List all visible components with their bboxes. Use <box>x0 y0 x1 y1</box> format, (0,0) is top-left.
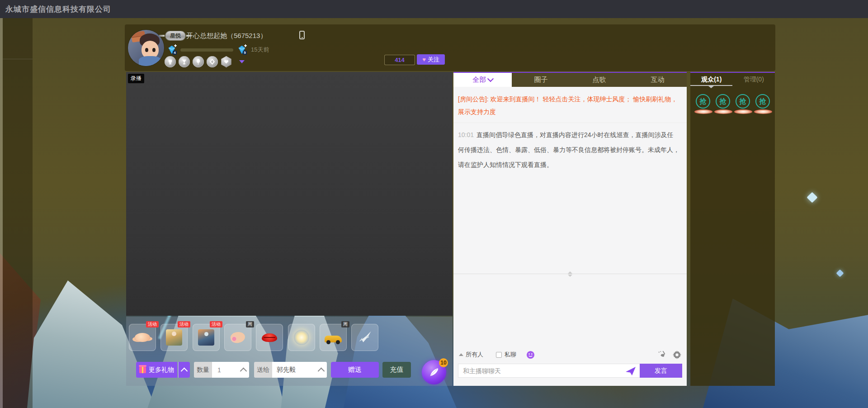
trophy-medal-icon <box>165 56 176 67</box>
grab-icon: 抢 <box>696 94 710 109</box>
clear-chat-broom-icon[interactable] <box>657 351 666 359</box>
peach-cloud-gift-icon <box>135 333 150 342</box>
feather-count-badge: 10 <box>439 358 448 367</box>
recharge-button[interactable]: 充值 <box>382 362 411 378</box>
svg-text:4: 4 <box>174 51 176 55</box>
glow-base <box>754 109 772 114</box>
gift-slot-goddess-card[interactable]: 活动 <box>160 324 188 351</box>
message-timestamp: 10:01 <box>458 131 474 138</box>
grab-red-packet-button[interactable]: 抢 <box>696 94 711 114</box>
live-room-page: 永城市盛信信息科技有限公司 星悦 开心总想起她（5675213） 4 <box>0 0 868 408</box>
next-level-diamond-icon: 5 <box>236 44 247 55</box>
tab-all[interactable]: 全部 <box>453 73 512 87</box>
sports-car-gift-icon <box>325 336 342 342</box>
quantity-label: 数量 <box>194 362 212 378</box>
chat-splitter[interactable] <box>453 274 687 274</box>
company-title: 永城市盛信信息科技有限公司 <box>5 4 111 14</box>
expand-medals-arrow[interactable] <box>239 60 245 63</box>
tab-interaction[interactable]: 互动 <box>628 73 687 87</box>
rank-badge: 星悦 <box>165 31 185 40</box>
tab-viewers[interactable]: 观众(1) <box>690 76 733 84</box>
streamer-avatar[interactable] <box>128 30 164 66</box>
mobile-phone-icon <box>299 31 305 39</box>
chat-toolbar: 所有人 私聊 <box>459 350 681 360</box>
gift-slot-peach-cloud[interactable]: 活动 <box>129 324 156 351</box>
red-packet-row: 抢 抢 抢 抢 <box>690 86 775 114</box>
level-progress-row: 4 5 15天前 <box>166 44 269 55</box>
tab-admins[interactable]: 管理(0) <box>733 76 775 84</box>
send-to-dropdown[interactable] <box>315 362 327 378</box>
balloon-medal-icon <box>193 56 204 67</box>
recording-badge: 录播 <box>128 74 144 83</box>
expand-gift-panel-button[interactable] <box>178 362 190 378</box>
goddess-card-gift-icon <box>166 329 182 346</box>
quantity-stepper[interactable] <box>237 362 249 378</box>
grab-icon: 抢 <box>736 94 750 109</box>
send-to-field: 送给 郭先毅 <box>254 362 327 378</box>
give-gift-button[interactable]: 赠送 <box>331 362 379 378</box>
viewers-panel: 观众(1) 管理(0) 抢 抢 抢 抢 <box>690 72 775 386</box>
active-tab-notch <box>708 86 714 88</box>
quantity-input[interactable] <box>217 366 237 374</box>
red-lips-gift-icon <box>262 333 277 342</box>
airplane-gift-icon <box>357 329 373 346</box>
send-message-button[interactable]: 发言 <box>640 364 682 378</box>
activity-badge: 活动 <box>178 321 190 327</box>
grab-icon: 抢 <box>755 94 770 109</box>
glow-base <box>714 109 732 114</box>
svg-text:5: 5 <box>244 51 246 55</box>
system-message: 10:01直播间倡导绿色直播，对直播内容进行24小时在线巡查，直播间涉及任何传播… <box>453 123 687 172</box>
send-paper-plane-icon[interactable] <box>625 366 636 376</box>
gift-slot-glow-flower[interactable] <box>288 324 315 351</box>
video-player[interactable]: 录播 <box>126 72 453 316</box>
chevron-up-icon <box>317 368 325 375</box>
gift-slot-airplane[interactable] <box>351 324 378 351</box>
splitter-handle-icon[interactable] <box>568 271 572 277</box>
ring-hand-gift-icon <box>230 331 246 344</box>
chevron-down-icon <box>487 76 494 82</box>
grab-red-packet-button[interactable]: 抢 <box>736 94 751 114</box>
chat-settings-gear-icon[interactable] <box>673 351 681 359</box>
tab-circle[interactable]: 圈子 <box>512 73 570 87</box>
gem-medal-icon <box>207 56 218 67</box>
send-to-value[interactable]: 郭先毅 <box>272 362 315 378</box>
glow-base <box>694 109 712 114</box>
private-chat-label: 私聊 <box>505 351 516 359</box>
avatar-shirt <box>139 56 161 66</box>
grab-red-packet-button[interactable]: 抢 <box>755 94 771 114</box>
activity-badge: 活动 <box>210 321 222 327</box>
emoji-button[interactable] <box>526 351 535 359</box>
activity-badge: 活动 <box>146 321 159 327</box>
level-progress-bar <box>180 48 233 52</box>
feather-icon <box>427 365 441 379</box>
audience-select[interactable]: 所有人 <box>466 351 483 359</box>
left-shaded-strip <box>3 18 33 408</box>
viewers-tabs: 观众(1) 管理(0) <box>690 73 775 86</box>
gift-slot-ring-hand[interactable]: 周 <box>224 324 251 351</box>
gift-tray-panel: 活动 活动 活动 周 周 <box>126 317 453 386</box>
follow-button[interactable]: ♥ 关注 <box>417 54 445 65</box>
chat-tabs: 全部 圈子 点歌 互动 <box>453 73 687 87</box>
more-gifts-button[interactable]: 更多礼物 <box>136 362 177 378</box>
chat-input-wrap <box>458 364 640 378</box>
viewer-count-box: 414 <box>384 55 415 65</box>
chat-message-input[interactable] <box>458 364 640 377</box>
quantity-field: 数量 <box>194 362 249 378</box>
chat-input-row: 发言 <box>458 364 682 378</box>
private-chat-checkbox[interactable] <box>496 352 502 358</box>
heart-medal-icon <box>221 56 232 67</box>
streamer-name: 开心总想起她（5675213） <box>186 32 267 40</box>
window-title-bar: 永城市盛信信息科技有限公司 <box>0 0 868 18</box>
heart-icon: ♥ <box>422 57 426 62</box>
character-card-gift-icon <box>198 329 214 346</box>
send-to-label: 送给 <box>254 362 272 378</box>
grab-red-packet-button[interactable]: 抢 <box>716 94 731 114</box>
gift-slot-red-lips[interactable] <box>256 324 283 351</box>
grab-icon: 抢 <box>716 94 730 109</box>
chevron-up-icon <box>240 368 247 375</box>
room-announcement: [房间公告]: 欢迎来到直播间！ 轻轻点击关注，体现绅士风度； 愉快刷刷礼物，展… <box>453 87 687 123</box>
tab-song-request[interactable]: 点歌 <box>570 73 628 87</box>
feather-reward-button[interactable]: 10 <box>422 360 446 384</box>
gift-slot-sports-car[interactable]: 周 <box>320 324 347 351</box>
gift-slot-character-card[interactable]: 活动 <box>193 324 220 351</box>
